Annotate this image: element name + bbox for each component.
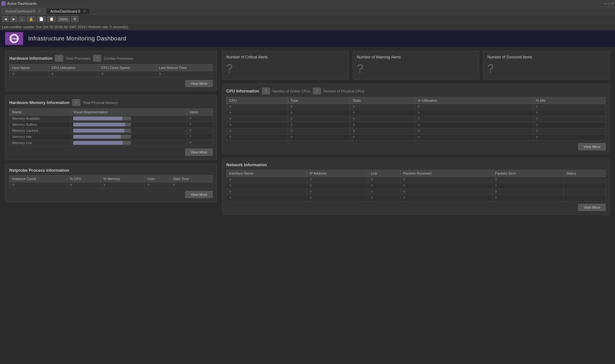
netprobe-card: Netprobe Process Information Instance Co… xyxy=(5,164,217,202)
hardware-view-more-button[interactable]: View More xyxy=(185,80,213,87)
cpu-cell-3: ? xyxy=(415,116,533,122)
cpu-cell-1: ? xyxy=(288,128,350,134)
memory-row: Memory Available ? xyxy=(10,116,213,122)
close-btn[interactable]: ✕ xyxy=(611,2,614,5)
hardware-row: ? ? ? ? xyxy=(10,71,213,77)
home-button[interactable]: ⌂ xyxy=(19,16,25,22)
cpu-cell-0: ? xyxy=(227,104,288,110)
settings-button[interactable]: ⚙ xyxy=(71,16,79,22)
cpu-row: ????? xyxy=(227,116,606,122)
svg-text:ITRS: ITRS xyxy=(11,37,18,40)
cpu-cell-4: ? xyxy=(533,128,606,134)
copy-button[interactable]: 📋 xyxy=(47,16,56,22)
netprobe-row: ? ? ? ? ? xyxy=(10,182,213,188)
network-cell-3: ? xyxy=(401,177,492,183)
cpu-view-more-button[interactable]: View More xyxy=(578,143,606,150)
memory-row-value: ? xyxy=(186,134,212,140)
cpu-cell-3: ? xyxy=(415,110,533,116)
network-cell-0: ? xyxy=(227,189,307,195)
tab-1-close[interactable]: ✕ xyxy=(38,9,41,13)
zombie-processes-label: Zombie Processes xyxy=(104,56,133,60)
memory-table: Name Visual Representation Value Memory … xyxy=(9,108,213,146)
hardware-hostname: ? xyxy=(10,71,49,77)
minimize-btn[interactable]: — xyxy=(603,2,607,5)
memory-row-name: Memory Available xyxy=(10,116,71,122)
warning-alerts-title: Number of Warning Alerts xyxy=(357,55,475,59)
status-text: Last modifier update: Tue Oct 30 10:55:5… xyxy=(2,25,128,29)
cpu-col-cpu: CPU xyxy=(227,97,288,104)
netprobe-col-start: Start Time xyxy=(170,176,212,182)
netprobe-view-more-button[interactable]: View More xyxy=(185,191,213,198)
toolbar: ◀ ▶ ⌂ 🔒 📄 📋 100% ⚙ xyxy=(0,15,615,24)
main-content: Hardware Information ? Total Processes ?… xyxy=(0,47,615,364)
zombie-processes-badge: ? xyxy=(93,55,101,62)
critical-alerts-card: Number of Critical Alerts ? xyxy=(222,51,349,80)
status-bar: Last modifier update: Tue Oct 30 10:55:5… xyxy=(0,24,615,30)
cpu-col-type: Type xyxy=(288,97,350,104)
network-title: Network Information xyxy=(226,162,267,167)
hardware-info-title: Hardware Information xyxy=(9,56,52,61)
hardware-info-card: Hardware Information ? Total Processes ?… xyxy=(5,51,217,91)
network-cell-1: ? xyxy=(307,177,368,183)
snoozed-alerts-card: Number of Snoozed Items ? xyxy=(483,51,610,80)
cpu-cell-0: ? xyxy=(227,116,288,122)
forward-button[interactable]: ▶ xyxy=(10,16,17,22)
cpu-cell-0: ? xyxy=(227,128,288,134)
memory-col-name: Name xyxy=(10,109,71,116)
network-cell-5 xyxy=(563,195,605,201)
memory-view-more-button[interactable]: View More xyxy=(185,149,213,156)
hardware-col-reboot: Last Reboot Time xyxy=(156,65,213,71)
cpu-cell-0: ? xyxy=(227,134,288,141)
memory-row-bar xyxy=(71,116,187,122)
network-header: Network Information xyxy=(226,162,606,167)
cpu-row: ????? xyxy=(227,104,606,110)
physical-cpus-badge: ? xyxy=(313,88,321,94)
network-cell-0: ? xyxy=(227,183,307,189)
netprobe-col-memory: % Memory xyxy=(101,176,145,182)
memory-row-bar xyxy=(71,134,187,140)
page-button[interactable]: 📄 xyxy=(37,16,46,22)
memory-row-name: Memory Use xyxy=(10,140,71,146)
lock-button[interactable]: 🔒 xyxy=(27,16,36,22)
tab-2[interactable]: ActiveDashboard 6 ✕ xyxy=(46,8,90,14)
netprobe-col-cpu: % CPU xyxy=(67,176,101,182)
cpu-cell-0: ? xyxy=(227,110,288,116)
hardware-info-header: Hardware Information ? Total Processes ?… xyxy=(9,55,213,62)
netprobe-col-user: User xyxy=(145,176,170,182)
network-footer: View More xyxy=(226,201,606,211)
hardware-memory-card: Hardware Memory Information ? Total Phys… xyxy=(5,95,217,160)
back-button[interactable]: ◀ xyxy=(2,16,9,22)
tab-1[interactable]: ActiveDashboard 6 ✕ xyxy=(1,8,45,14)
network-row: ????? xyxy=(227,189,606,195)
cpu-cell-2: ? xyxy=(350,110,415,116)
cpu-cell-2: ? xyxy=(350,128,415,134)
network-cell-2: ? xyxy=(368,177,400,183)
memory-col-value: Value xyxy=(186,109,212,116)
memory-row: Memory Buffers ? xyxy=(10,122,213,128)
network-info-card: Network Information Interface Name IP Ad… xyxy=(222,158,610,215)
cpu-col-utilisation: % Utilisation xyxy=(415,97,533,104)
network-cell-4: ? xyxy=(492,195,563,201)
netprobe-table: Instance Count % CPU % Memory User Start… xyxy=(9,175,213,188)
memory-row-bar xyxy=(71,140,187,146)
hardware-col-cpu-util: CPU Utilisation xyxy=(49,65,99,71)
network-row: ????? xyxy=(227,195,606,201)
warning-alerts-card: Number of Warning Alerts ? xyxy=(353,51,480,80)
network-cell-5 xyxy=(563,183,605,189)
memory-row-name: Memory Cached xyxy=(10,128,71,134)
network-col-sent: Packets Sent xyxy=(492,170,563,177)
netprobe-col-instance: Instance Count xyxy=(10,176,67,182)
network-cell-5 xyxy=(563,189,605,195)
hardware-reboot: ? xyxy=(156,71,213,77)
hardware-cpu-util: ? xyxy=(49,71,99,77)
netprobe-memory: ? xyxy=(101,182,145,188)
memory-row-value: ? xyxy=(186,128,212,134)
cpu-cell-2: ? xyxy=(350,116,415,122)
maximize-btn[interactable]: □ xyxy=(608,2,610,5)
tab-2-close[interactable]: ✕ xyxy=(83,9,86,13)
netprobe-header: Netprobe Process Information xyxy=(9,168,213,173)
hardware-footer: View More xyxy=(9,77,213,87)
network-view-more-button[interactable]: View More xyxy=(578,204,606,211)
network-col-ip: IP Address xyxy=(307,170,368,177)
network-row: ????? xyxy=(227,183,606,189)
